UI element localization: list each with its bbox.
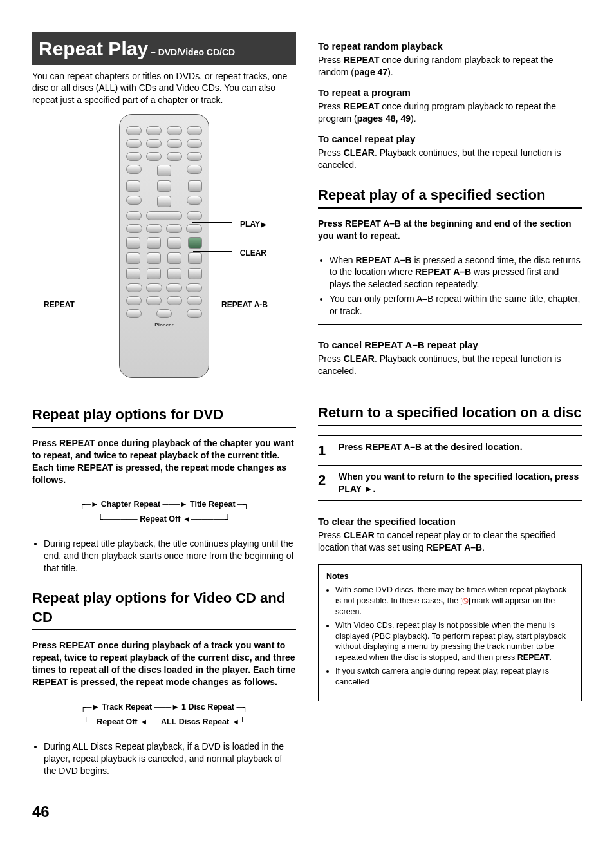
left-column: Repeat Play – DVD/Video CD/CD You can re…: [32, 32, 296, 784]
ab-instruction: Press REPEAT A–B at the beginning and en…: [318, 218, 582, 242]
callout-play: PLAY: [240, 219, 266, 229]
callout-repeat-ab: REPEAT A-B: [221, 299, 268, 310]
dvd-heading: Repeat play options for DVD: [32, 405, 296, 424]
step-2: When you want to return to the specified…: [339, 471, 582, 495]
dvd-cycle-diagram: ┌─► Chapter Repeat ───► Title Repeat ─┐ …: [32, 497, 296, 526]
clear-loc-text: Press CLEAR to cancel repeat play or to …: [318, 529, 582, 554]
ab-heading: Repeat play of a specified section: [318, 185, 582, 205]
callout-clear: CLEAR: [240, 248, 266, 258]
remote-illustration: Pioneer PLAY CLEAR REPEAT REPEAT A-B: [32, 114, 296, 391]
page-title-sub: – DVD/Video CD/CD: [148, 47, 235, 57]
vcd-instruction: Press REPEAT once during playback of a t…: [32, 639, 296, 688]
page-title: Repeat Play: [39, 38, 148, 59]
step-number: 2: [318, 471, 331, 490]
notes-heading: Notes: [326, 571, 573, 582]
return-heading: Return to a specified location on a disc: [318, 403, 582, 422]
brand-label: Pioneer: [126, 322, 202, 329]
note-3: If you switch camera angle during repeat…: [335, 666, 573, 688]
page-number: 46: [32, 802, 582, 822]
program-heading: To repeat a program: [318, 86, 582, 99]
return-steps: 1Press REPEAT A–B at the desired locatio…: [318, 435, 582, 501]
ab-bullet-2: You can only perform A–B repeat within t…: [330, 293, 582, 317]
random-text: Press REPEAT once during random playback…: [318, 54, 582, 79]
program-text: Press REPEAT once during program playbac…: [318, 100, 582, 125]
vcd-heading: Repeat play options for Video CD and CD: [32, 589, 296, 627]
step-1: Press REPEAT A–B at the desired location…: [339, 441, 582, 453]
dvd-bullet: During repeat title playback, the title …: [44, 538, 296, 574]
notes-box: Notes With some DVD discs, there may be …: [318, 564, 582, 701]
intro-text: You can repeat chapters or titles on DVD…: [32, 70, 296, 107]
note-2: With Video CDs, repeat play is not possi…: [335, 620, 573, 664]
cancel-heading: To cancel repeat play: [318, 133, 582, 146]
vcd-cycle-diagram: ┌─► Track Repeat ───► 1 Disc Repeat ─┐ └…: [32, 700, 296, 729]
ab-bullet-1: When REPEAT A–B is pressed a second time…: [330, 254, 582, 291]
step-number: 1: [318, 441, 331, 460]
random-heading: To repeat random playback: [318, 40, 582, 53]
remote-body: Pioneer: [119, 114, 209, 378]
ab-cancel-heading: To cancel REPEAT A–B repeat play: [318, 339, 582, 352]
vcd-bullet: During ALL Discs Repeat playback, if a D…: [44, 741, 296, 777]
ab-cancel-text: Press CLEAR. Playback continues, but the…: [318, 353, 582, 377]
callout-repeat: REPEAT: [44, 299, 75, 310]
dvd-instruction: Press REPEAT once during playback of the…: [32, 437, 296, 486]
prohibit-icon: 🚫: [461, 598, 470, 605]
right-column: To repeat random playback Press REPEAT o…: [318, 32, 582, 784]
page-title-bar: Repeat Play – DVD/Video CD/CD: [32, 32, 296, 65]
clear-loc-heading: To clear the specified location: [318, 515, 582, 528]
cancel-text: Press CLEAR. Playback continues, but the…: [318, 147, 582, 171]
note-1: With some DVD discs, there may be times …: [335, 585, 573, 618]
